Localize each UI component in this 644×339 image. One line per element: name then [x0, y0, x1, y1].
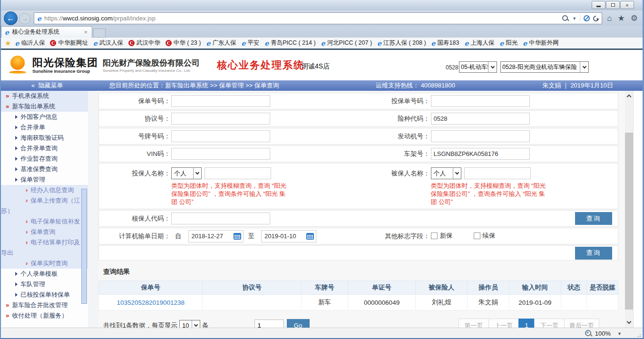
search-icon[interactable]	[562, 15, 569, 22]
home-icon[interactable]: ⌂	[607, 14, 612, 23]
group-name-en: Sunshine Insurance Group	[32, 68, 98, 74]
favorite-item[interactable]: C中华新网址	[50, 39, 88, 47]
sidebar-item[interactable]: ›保单查询	[1, 227, 88, 237]
zoom-control[interactable]: + 100% ▼	[585, 330, 622, 337]
scrollbar-thumb[interactable]	[625, 133, 633, 310]
tab-close-icon[interactable]: ×	[83, 29, 88, 36]
sidebar-item[interactable]: ›保单实时查询	[1, 258, 88, 269]
sidebar-item[interactable]: 个人录单模板	[1, 269, 88, 279]
pager-button[interactable]: 下一页	[534, 319, 565, 328]
date-to-input[interactable]	[262, 232, 306, 240]
zoom-dropdown-icon[interactable]: ▼	[617, 331, 622, 336]
plate-no-input[interactable]	[171, 130, 270, 142]
double-chevron-icon: »	[6, 301, 9, 309]
sidebar-item[interactable]: 海南获取验证码	[1, 133, 88, 143]
close-button[interactable]: ×	[620, 1, 634, 9]
date-from-input[interactable]	[189, 232, 234, 240]
pager-button[interactable]: 最后一页	[564, 319, 599, 328]
sidebar-item[interactable]: »手机承保系统	[1, 91, 88, 101]
favorite-item[interactable]: e上海人保	[464, 39, 494, 47]
product-select[interactable]: 0528-阳光商业机动车辆保险	[500, 61, 589, 73]
table-cell: 刘礼煌	[416, 295, 468, 310]
scroll-up-icon[interactable]	[625, 92, 633, 100]
restore-button[interactable]	[606, 1, 620, 9]
search-dropdown-icon[interactable]: ▼	[572, 16, 576, 21]
sidebar-item[interactable]: ›保单上传查询（江苏）	[1, 195, 88, 216]
sidebar-item[interactable]: 已核投保单转保单	[1, 290, 88, 300]
续保-checkbox[interactable]	[474, 232, 480, 239]
applicant-name-input[interactable]	[205, 167, 271, 179]
sidebar-item[interactable]: »新车险出单系统	[1, 101, 88, 112]
proposal-no-input[interactable]	[431, 95, 530, 107]
insured-name-input[interactable]	[464, 167, 531, 179]
pager-button[interactable]: 1	[518, 319, 535, 328]
favorite-item[interactable]: e平安	[241, 39, 259, 47]
calendar-icon[interactable]	[234, 232, 241, 240]
favorite-item[interactable]: e中华新外网	[523, 39, 558, 47]
back-button[interactable]: ←	[4, 11, 18, 25]
page-size-select[interactable]: 10	[179, 320, 200, 328]
sidebar-item[interactable]: 基准保费查询	[1, 164, 88, 174]
minimize-button[interactable]	[592, 1, 605, 9]
flag-option: 新保	[430, 232, 453, 240]
go-button[interactable]: Go	[287, 319, 310, 328]
favorite-item[interactable]: C武汉中华	[128, 39, 160, 47]
scroll-down-icon[interactable]	[625, 319, 633, 327]
risk-class-select[interactable]: 05-机动车辆	[459, 61, 497, 73]
pager-button[interactable]: 上一页	[488, 319, 519, 328]
risk-code-input[interactable]	[431, 113, 530, 125]
favorite-item[interactable]: e青岛PICC ( 214 )	[264, 39, 315, 47]
sidebar-item[interactable]: 合并录单查询	[1, 143, 88, 154]
pager-button[interactable]: 第一页	[459, 319, 489, 328]
underwriter-code-input[interactable]	[171, 213, 270, 224]
column-header: 状态	[561, 281, 587, 295]
sidebar-item-label: 手机承保系统	[12, 92, 49, 99]
sidebar-item[interactable]: 保单管理	[1, 174, 88, 185]
tools-gear-icon[interactable]: ⚙	[631, 13, 638, 23]
refresh-icon[interactable]	[592, 14, 600, 22]
calendar-icon[interactable]	[306, 232, 314, 240]
frame-no-input[interactable]	[431, 148, 530, 160]
新保-checkbox[interactable]	[431, 232, 438, 239]
sidebar-item[interactable]: »收付处理（新服务）	[1, 310, 88, 321]
stop-icon[interactable]	[584, 15, 590, 21]
new-tab-button[interactable]	[93, 29, 106, 38]
favorite-item[interactable]: e武汉人保	[93, 39, 123, 47]
query-button[interactable]: 查询	[575, 212, 612, 225]
policy-no-input[interactable]	[171, 95, 270, 107]
favorite-item[interactable]: C中华 ( 23 )	[166, 39, 201, 47]
sidebar-item[interactable]: ›经办人信息查询	[1, 185, 88, 195]
hide-menu-button[interactable]: « 隐藏菜单	[31, 80, 63, 91]
favorite-item[interactable]: e阳光	[499, 39, 517, 47]
vin-input[interactable]	[171, 148, 270, 160]
page-scrollbar[interactable]	[625, 91, 633, 328]
favorite-item[interactable]: e广东人保	[206, 39, 236, 47]
sidebar-item[interactable]: 作业暂存查询	[1, 154, 88, 164]
sidebar-item[interactable]: »新车险合并批改管理	[1, 300, 88, 310]
favorites-icon[interactable]: ★	[618, 13, 625, 23]
favorite-item[interactable]: e国寿183	[431, 39, 459, 47]
applicant-type-select[interactable]: 个人	[171, 167, 202, 179]
sidebar-item[interactable]: 合并录单	[1, 122, 88, 133]
ie-favicon-icon: e	[93, 40, 98, 47]
page-number-input[interactable]	[254, 320, 284, 328]
sidebar-scrollbar[interactable]	[81, 189, 87, 304]
insured-type-select[interactable]: 个人	[431, 167, 461, 179]
favorite-item[interactable]: e江苏人保 ( 208 )	[377, 39, 426, 47]
sidebar-item-label: 车队管理	[20, 281, 45, 288]
agreement-no-input[interactable]	[171, 113, 270, 125]
sidebar-item[interactable]: 车队管理	[1, 279, 88, 290]
sidebar-item[interactable]: ›电子结算单打印及导出	[1, 237, 88, 258]
sidebar-item[interactable]: ›电子保单短信补发	[1, 216, 88, 227]
tab-active[interactable]: e 核心业务处理系统 ×	[1, 26, 92, 38]
favorites-star-icon[interactable]: ★	[5, 39, 11, 48]
address-bar[interactable]: e https://wwcd.sinosig.com/prpall/index.…	[34, 12, 602, 24]
sidebar-item[interactable]: 外国客户信息	[1, 112, 88, 122]
engine-no-input[interactable]	[431, 130, 530, 142]
policy-number-link[interactable]: 1035205282019001238	[117, 299, 185, 306]
sidebar-item-label: 保单实时查询	[30, 260, 68, 267]
query-button[interactable]: 查询	[575, 247, 612, 260]
favorite-item[interactable]: e河北PICC ( 207 )	[321, 39, 372, 47]
favorite-item[interactable]: e临沂人保	[15, 39, 45, 47]
forward-button[interactable]: →	[19, 13, 30, 24]
